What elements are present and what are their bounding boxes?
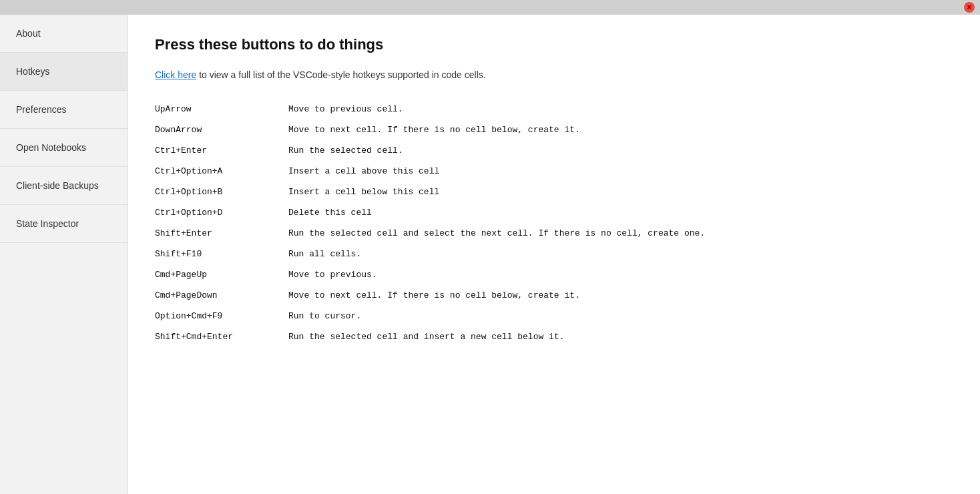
page-title: Press these buttons to do things (155, 36, 953, 53)
hotkey-key: Ctrl+Option+A (155, 166, 288, 176)
hotkey-key: UpArrow (155, 104, 288, 114)
hotkey-row: Ctrl+Option+DDelete this cell (155, 202, 953, 223)
sidebar: AboutHotkeysPreferencesOpen NotebooksCli… (0, 15, 128, 494)
sidebar-item-preferences[interactable]: Preferences (0, 91, 128, 129)
hotkey-row: Cmd+PageUpMove to previous. (155, 264, 953, 285)
hotkey-row: Shift+EnterRun the selected cell and sel… (155, 223, 953, 244)
hotkey-key: Cmd+PageUp (155, 270, 288, 280)
hotkey-row: Cmd+PageDownMove to next cell. If there … (155, 285, 953, 306)
hotkey-row: DownArrowMove to next cell. If there is … (155, 119, 953, 140)
sidebar-item-open-notebooks[interactable]: Open Notebooks (0, 129, 128, 167)
hotkey-description: Move to next cell. If there is no cell b… (288, 290, 953, 300)
click-here-link[interactable]: Click here (155, 69, 196, 80)
hotkey-key: Option+Cmd+F9 (155, 311, 288, 321)
hotkey-description: Delete this cell (288, 208, 953, 218)
hotkey-key: Ctrl+Enter (155, 146, 288, 156)
main-content: Press these buttons to do things Click h… (128, 15, 980, 494)
sidebar-item-hotkeys[interactable]: Hotkeys (0, 53, 128, 91)
hotkey-row: UpArrowMove to previous cell. (155, 99, 953, 119)
hotkey-description: Run the selected cell and select the nex… (288, 228, 953, 238)
sidebar-item-about[interactable]: About (0, 15, 128, 53)
hotkey-key: Ctrl+Option+B (155, 187, 288, 197)
hotkey-key: Shift+Enter (155, 228, 288, 238)
hotkey-row: Ctrl+Option+AInsert a cell above this ce… (155, 161, 953, 182)
hotkey-description: Insert a cell above this cell (288, 166, 953, 176)
hotkey-description: Move to previous cell. (288, 104, 953, 114)
intro-text-suffix: to view a full list of the VSCode-style … (196, 69, 485, 80)
hotkey-description: Run to cursor. (288, 311, 953, 321)
hotkey-row: Ctrl+EnterRun the selected cell. (155, 140, 953, 161)
hotkey-key: Shift+Cmd+Enter (155, 332, 288, 342)
sidebar-item-state-inspector[interactable]: State Inspector (0, 205, 128, 243)
hotkey-description: Run all cells. (288, 249, 953, 259)
hotkey-row: Shift+Cmd+EnterRun the selected cell and… (155, 326, 953, 347)
sidebar-item-client-side-backups[interactable]: Client-side Backups (0, 167, 128, 205)
hotkey-description: Move to previous. (288, 270, 953, 280)
app-container: AboutHotkeysPreferencesOpen NotebooksCli… (0, 15, 980, 494)
hotkey-description: Run the selected cell and insert a new c… (288, 332, 953, 342)
hotkey-row: Ctrl+Option+BInsert a cell below this ce… (155, 182, 953, 202)
hotkey-description: Run the selected cell. (288, 146, 953, 156)
hotkey-description: Move to next cell. If there is no cell b… (288, 125, 953, 135)
title-bar (0, 0, 980, 15)
hotkeys-table: UpArrowMove to previous cell.DownArrowMo… (155, 99, 953, 347)
hotkey-key: Ctrl+Option+D (155, 208, 288, 218)
hotkey-row: Option+Cmd+F9Run to cursor. (155, 306, 953, 326)
hotkey-key: DownArrow (155, 125, 288, 135)
hotkey-key: Cmd+PageDown (155, 290, 288, 300)
close-button[interactable] (964, 2, 975, 13)
hotkey-row: Shift+F10Run all cells. (155, 244, 953, 264)
intro-paragraph: Click here to view a full list of the VS… (155, 69, 953, 80)
hotkey-key: Shift+F10 (155, 249, 288, 259)
hotkey-description: Insert a cell below this cell (288, 187, 953, 197)
